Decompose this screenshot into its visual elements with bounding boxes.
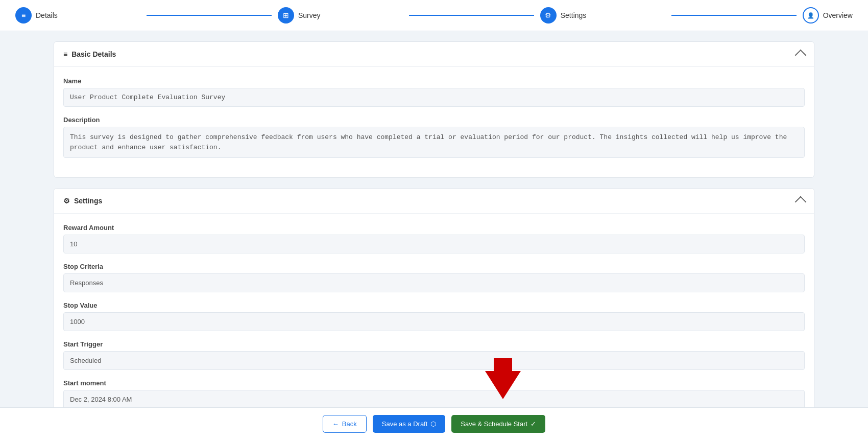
basic-details-body: Name User Product Complete Evaluation Su… <box>54 67 814 177</box>
step-survey-circle: ⊞ <box>278 7 294 24</box>
description-value: This survey is designed to gather compre… <box>63 127 805 158</box>
step-details-label: Details <box>36 11 58 19</box>
name-value: User Product Complete Evaluation Survey <box>63 88 805 107</box>
start-trigger-label: Start Trigger <box>63 340 805 348</box>
settings-header-left: ⚙ Settings <box>63 197 102 205</box>
start-trigger-field-group: Start Trigger Scheduled <box>63 340 805 370</box>
step-details[interactable]: ≡ Details <box>15 7 140 24</box>
basic-details-header: ≡ Basic Details <box>54 42 814 67</box>
save-draft-icon: ⬡ <box>430 420 436 428</box>
step-survey[interactable]: ⊞ Survey <box>278 7 403 24</box>
step-settings-circle: ⚙ <box>540 7 557 24</box>
stepper: ≡ Details ⊞ Survey ⚙ Settings 👤 Overview <box>0 0 868 31</box>
name-field-group: Name User Product Complete Evaluation Su… <box>63 77 805 107</box>
description-label: Description <box>63 116 805 124</box>
step-details-circle: ≡ <box>15 7 32 24</box>
basic-details-card: ≡ Basic Details Name User Product Comple… <box>54 41 814 178</box>
save-schedule-label: Save & Schedule Start <box>461 420 527 428</box>
basic-details-collapse-icon[interactable] <box>795 50 807 61</box>
step-settings[interactable]: ⚙ Settings <box>540 7 665 24</box>
reward-amount-value: 10 <box>63 235 805 253</box>
basic-details-title: Basic Details <box>71 50 116 58</box>
action-bar: ← Back Save as a Draft ⬡ Save & Schedule… <box>0 407 868 440</box>
stop-criteria-field-group: Stop Criteria Responses <box>63 263 805 292</box>
stop-value-value: 1000 <box>63 312 805 331</box>
start-moment-field-group: Start moment Dec 2, 2024 8:00 AM <box>63 379 805 409</box>
reward-amount-field-group: Reward Amount 10 <box>63 224 805 253</box>
start-moment-label: Start moment <box>63 379 805 387</box>
description-field-group: Description This survey is designed to g… <box>63 116 805 158</box>
save-schedule-button[interactable]: Save & Schedule Start ✓ <box>451 415 545 433</box>
back-button[interactable]: ← Back <box>323 415 367 433</box>
step-line-2 <box>409 15 534 16</box>
step-line-1 <box>147 15 272 16</box>
reward-amount-label: Reward Amount <box>63 224 805 231</box>
settings-title: Settings <box>74 197 102 205</box>
save-draft-button[interactable]: Save as a Draft ⬡ <box>373 415 446 433</box>
start-moment-value: Dec 2, 2024 8:00 AM <box>63 390 805 409</box>
stop-value-label: Stop Value <box>63 302 805 309</box>
main-content: ≡ Basic Details Name User Product Comple… <box>38 31 830 440</box>
name-label: Name <box>63 77 805 85</box>
step-overview[interactable]: 👤 Overview <box>803 7 853 24</box>
settings-card: ⚙ Settings Reward Amount 10 Stop Criteri… <box>54 188 814 440</box>
back-arrow-icon: ← <box>332 420 339 428</box>
settings-collapse-icon[interactable] <box>795 196 807 208</box>
step-line-3 <box>671 15 797 16</box>
back-label: Back <box>342 420 357 428</box>
settings-body: Reward Amount 10 Stop Criteria Responses… <box>54 214 814 440</box>
stop-value-field-group: Stop Value 1000 <box>63 302 805 331</box>
gear-icon: ⚙ <box>63 197 70 205</box>
save-draft-label: Save as a Draft <box>382 420 428 428</box>
lines-icon: ≡ <box>63 50 67 58</box>
settings-header: ⚙ Settings <box>54 189 814 214</box>
step-overview-label: Overview <box>823 11 853 19</box>
stop-criteria-label: Stop Criteria <box>63 263 805 270</box>
step-survey-label: Survey <box>298 11 321 19</box>
step-overview-circle: 👤 <box>803 7 819 24</box>
start-trigger-value: Scheduled <box>63 351 805 370</box>
step-settings-label: Settings <box>561 11 587 19</box>
stop-criteria-value: Responses <box>63 273 805 292</box>
save-schedule-check-icon: ✓ <box>531 420 536 428</box>
basic-details-header-left: ≡ Basic Details <box>63 50 116 58</box>
